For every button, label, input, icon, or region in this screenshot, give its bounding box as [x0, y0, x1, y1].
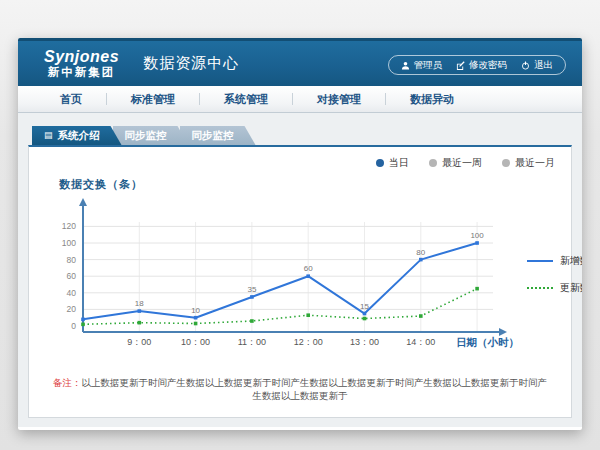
- svg-text:35: 35: [247, 285, 256, 294]
- radio-unselected-icon: [429, 159, 437, 167]
- svg-text:10：00: 10：00: [181, 337, 210, 347]
- chart-row: 0204060801001209：0010：0011：0012：0013：001…: [29, 192, 571, 368]
- legend-item-updated-data[interactable]: 更新数据: [527, 281, 582, 295]
- tab-sync-monitor-2[interactable]: 同步监控: [180, 126, 256, 145]
- account-pill: 管理员 修改密码 退出: [388, 55, 567, 75]
- chart-legend: 新增数据 更新数据: [527, 254, 582, 295]
- edit-icon: [456, 61, 465, 70]
- svg-text:80: 80: [67, 255, 77, 265]
- time-range-filter: 当日 最近一周 最近一月: [376, 156, 555, 170]
- footnote-prefix: 备注：: [53, 377, 82, 388]
- svg-text:13：00: 13：00: [350, 337, 379, 347]
- current-user[interactable]: 管理员: [401, 59, 443, 72]
- svg-text:15: 15: [360, 302, 369, 311]
- svg-text:日期（小时）: 日期（小时）: [456, 336, 519, 349]
- nav-item-interface-mgmt[interactable]: 对接管理: [293, 86, 385, 112]
- chart-panel: 当日 最近一周 最近一月 数据交换（条） 0204060801001209：00…: [28, 145, 572, 418]
- filter-today[interactable]: 当日: [376, 156, 409, 170]
- footnote-text: 以上数据更新于时间产生数据以上数据更新于时间产生数据以上数据更新于时间产生数据以…: [82, 377, 548, 401]
- filter-last-week[interactable]: 最近一周: [429, 156, 482, 170]
- svg-text:0: 0: [71, 321, 76, 331]
- svg-text:60: 60: [304, 264, 313, 273]
- app-header: Synjones 新中新集团 数据资源中心 管理员 修改密码 退出: [18, 38, 582, 86]
- svg-text:12：00: 12：00: [294, 337, 323, 347]
- tab-sync-monitor-1[interactable]: 同步监控: [113, 126, 189, 145]
- green-dotted-line-icon: [527, 287, 553, 289]
- svg-text:60: 60: [67, 271, 77, 281]
- svg-text:11：00: 11：00: [238, 337, 266, 347]
- svg-text:18: 18: [135, 299, 144, 308]
- chart-y-axis-title: 数据交换（条）: [59, 177, 571, 192]
- line-chart: 0204060801001209：0010：0011：0012：0013：001…: [37, 192, 523, 368]
- page-title: 数据资源中心: [143, 54, 239, 73]
- power-icon: [521, 61, 530, 70]
- legend-item-new-data[interactable]: 新增数据: [527, 254, 582, 268]
- radio-unselected-icon: [502, 159, 510, 167]
- radio-selected-icon: [376, 159, 384, 167]
- nav-item-data-change[interactable]: 数据异动: [386, 86, 478, 112]
- tab-system-intro[interactable]: ▤ 系统介绍: [32, 126, 122, 145]
- change-password-link[interactable]: 修改密码: [456, 59, 507, 72]
- filter-last-month[interactable]: 最近一月: [502, 156, 555, 170]
- svg-text:120: 120: [62, 221, 76, 231]
- svg-text:100: 100: [62, 238, 76, 248]
- svg-text:10: 10: [191, 306, 200, 315]
- nav-item-standard-mgmt[interactable]: 标准管理: [107, 86, 199, 112]
- svg-text:80: 80: [416, 248, 425, 257]
- tab-bar: ▤ 系统介绍 同步监控 同步监控: [32, 126, 572, 145]
- company-logo: Synjones 新中新集团: [44, 49, 119, 78]
- user-icon: [401, 61, 410, 70]
- svg-text:14：00: 14：00: [406, 337, 435, 347]
- main-nav: 首页 标准管理 系统管理 对接管理 数据异动: [18, 86, 582, 113]
- footnote: 备注：以上数据更新于时间产生数据以上数据更新于时间产生数据以上数据更新于时间产生…: [29, 376, 571, 403]
- logo-primary-text: Synjones: [44, 49, 119, 66]
- svg-text:40: 40: [67, 288, 77, 298]
- nav-item-home[interactable]: 首页: [36, 86, 106, 112]
- document-icon: ▤: [44, 131, 53, 140]
- logout-link[interactable]: 退出: [521, 59, 553, 72]
- svg-text:100: 100: [470, 231, 484, 240]
- app-window: Synjones 新中新集团 数据资源中心 管理员 修改密码 退出: [18, 38, 582, 430]
- svg-text:20: 20: [67, 304, 77, 314]
- nav-item-system-mgmt[interactable]: 系统管理: [200, 86, 292, 112]
- svg-text:9：00: 9：00: [127, 337, 151, 347]
- logo-secondary-text: 新中新集团: [48, 66, 116, 78]
- blue-line-icon: [527, 260, 553, 262]
- content-area: ▤ 系统介绍 同步监控 同步监控 当日 最近一周: [18, 113, 582, 427]
